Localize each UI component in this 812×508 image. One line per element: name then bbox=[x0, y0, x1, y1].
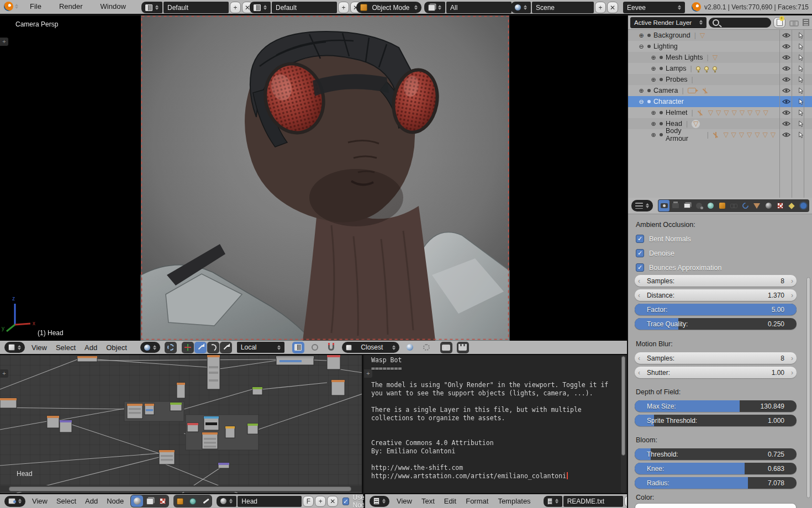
text-datablock-icon-dropdown[interactable] bbox=[544, 496, 562, 507]
transform-gizmo-toggle[interactable] bbox=[165, 342, 177, 353]
ao-trace-quality-slider[interactable]: Trace Quality:0.250 bbox=[635, 318, 797, 330]
tab-modifiers[interactable] bbox=[740, 200, 751, 211]
node-menu-node[interactable]: Node bbox=[104, 496, 126, 506]
snap-toggle[interactable] bbox=[325, 342, 338, 353]
tab-particles[interactable] bbox=[786, 200, 797, 211]
bent-normals-checkbox[interactable]: ✓ bbox=[636, 235, 644, 243]
visibility-eye-icon[interactable] bbox=[781, 108, 791, 117]
text-editor-content[interactable]: Wasp Bot ======== The model is using "On… bbox=[371, 356, 608, 480]
workspace-a-icon-dropdown[interactable] bbox=[141, 2, 162, 13]
node-menu-select[interactable]: Select bbox=[54, 496, 78, 506]
layer-filter-field[interactable]: All bbox=[446, 2, 512, 13]
tab-material[interactable] bbox=[763, 200, 774, 211]
node-editor[interactable]: Head + bbox=[0, 355, 363, 493]
text-menu-edit[interactable]: Edit bbox=[442, 496, 458, 506]
tab-constraints[interactable] bbox=[728, 200, 739, 211]
viewport-editor-type-button[interactable] bbox=[4, 342, 25, 353]
pivot-point-dropdown[interactable] bbox=[140, 342, 160, 353]
denoise-checkbox[interactable]: ✓ bbox=[636, 249, 644, 257]
shader-context-object-button[interactable] bbox=[174, 495, 186, 507]
text-menu-view[interactable]: View bbox=[394, 496, 414, 506]
viewport-menu-select[interactable]: Select bbox=[54, 342, 78, 353]
layer-filter-icon-dropdown[interactable] bbox=[424, 2, 445, 13]
workspace-b-field[interactable]: Default bbox=[272, 2, 337, 13]
viewport-display-toggle[interactable] bbox=[292, 342, 304, 353]
tab-texture[interactable] bbox=[774, 200, 785, 211]
visibility-eye-icon[interactable] bbox=[781, 130, 791, 139]
viewport-menu-object[interactable]: Object bbox=[104, 342, 129, 353]
properties-editor-type-button[interactable] bbox=[631, 200, 653, 211]
shader-type-image-button[interactable] bbox=[144, 495, 156, 507]
node-menu-view[interactable]: View bbox=[30, 496, 50, 506]
outliner-row-character[interactable]: ⊖Character bbox=[628, 96, 812, 107]
visibility-eye-icon[interactable] bbox=[781, 75, 791, 84]
outliner-row-background[interactable]: ⊕Background|▽ bbox=[628, 30, 812, 41]
visibility-eye-icon[interactable] bbox=[781, 86, 791, 95]
material-name-field[interactable]: Head bbox=[238, 496, 302, 507]
mb-samples-slider[interactable]: ‹Samples:8› bbox=[635, 352, 797, 364]
bloom-radius-slider[interactable]: Radius:7.078 bbox=[635, 477, 797, 489]
outliner-filter-button[interactable] bbox=[801, 19, 811, 26]
tab-output[interactable] bbox=[670, 200, 681, 211]
outliner-row-lamps[interactable]: ⊕Lamps| bbox=[628, 63, 812, 74]
scene-close-button[interactable]: ✕ bbox=[607, 2, 618, 13]
menu-window[interactable]: Window bbox=[98, 1, 128, 12]
proportional-editing-toggle[interactable] bbox=[309, 342, 321, 353]
scene-icon-dropdown[interactable] bbox=[511, 2, 531, 13]
workspace-a-field[interactable]: Default bbox=[164, 2, 229, 13]
workspace-a-add-button[interactable]: + bbox=[230, 2, 241, 13]
rotate-gizmo-button[interactable] bbox=[207, 342, 219, 353]
use-nodes-checkbox[interactable]: ✓ bbox=[342, 498, 349, 505]
viewport-3d[interactable]: z x y Camera Persp (1) Head + bbox=[0, 15, 627, 341]
text-editor[interactable]: Wasp Bot ======== The model is using "On… bbox=[364, 355, 627, 493]
text-menu-text[interactable]: Text bbox=[419, 496, 437, 506]
bloom-threshold-slider[interactable]: Threshold:0.725 bbox=[635, 448, 797, 460]
tab-object-data[interactable] bbox=[751, 200, 762, 211]
text-menu-templates[interactable]: Templates bbox=[495, 496, 532, 506]
node-editor-type-button[interactable] bbox=[4, 496, 25, 507]
shader-type-texture-button[interactable] bbox=[156, 495, 168, 507]
shader-type-material-button[interactable] bbox=[131, 495, 143, 507]
workspace-b-icon-dropdown[interactable] bbox=[250, 2, 271, 13]
shader-context-world-button[interactable] bbox=[187, 495, 199, 507]
move-gizmo-button[interactable] bbox=[194, 342, 207, 353]
tab-scene[interactable] bbox=[693, 200, 704, 211]
material-add-button[interactable]: + bbox=[315, 496, 326, 507]
viewport-menu-add[interactable]: Add bbox=[82, 342, 99, 353]
viewport-menu-view[interactable]: View bbox=[29, 342, 49, 353]
orientation-dropdown[interactable]: Local bbox=[237, 342, 284, 353]
tab-render[interactable] bbox=[658, 200, 669, 211]
fake-user-button[interactable]: F bbox=[303, 496, 314, 507]
link-collection-button[interactable] bbox=[788, 20, 799, 25]
menu-render[interactable]: Render bbox=[57, 1, 85, 12]
render-engine-dropdown[interactable]: Eevee bbox=[623, 2, 685, 13]
blender-app-menu-icon[interactable] bbox=[4, 2, 13, 11]
render-image-button[interactable] bbox=[440, 342, 452, 353]
tab-object[interactable] bbox=[716, 200, 727, 211]
tab-world[interactable] bbox=[705, 200, 716, 211]
scene-add-button[interactable]: + bbox=[595, 2, 606, 13]
node-panel-handle[interactable]: + bbox=[0, 369, 8, 378]
new-collection-button[interactable] bbox=[773, 17, 785, 28]
text-menu-format[interactable]: Format bbox=[463, 496, 491, 506]
scale-gizmo-button[interactable] bbox=[220, 342, 232, 353]
tab-view-layer[interactable] bbox=[682, 200, 693, 211]
viewport-panel-handle[interactable]: + bbox=[0, 38, 8, 46]
outliner-search-field[interactable] bbox=[709, 18, 771, 28]
outliner-row-probes[interactable]: ⊕Probes| bbox=[628, 74, 812, 85]
bloom-knee-slider[interactable]: Knee:0.683 bbox=[635, 463, 797, 474]
visibility-eye-icon[interactable] bbox=[781, 119, 791, 128]
render-animation-button[interactable] bbox=[457, 342, 469, 353]
ao-factor-slider[interactable]: Factor:5.00 bbox=[635, 304, 797, 315]
dof-sprite-threshold-slider[interactable]: Sprite Threshold:1.000 bbox=[635, 415, 797, 426]
workspace-b-add-button[interactable]: + bbox=[338, 2, 349, 13]
outliner-row-helmet[interactable]: ⊕Helmet|▽▽▽▽▽▽▽▽ bbox=[628, 107, 812, 118]
mode-dropdown[interactable]: Object Mode bbox=[356, 2, 421, 13]
orientation-axes-button[interactable] bbox=[182, 342, 194, 353]
gizmos-visibility-toggle[interactable] bbox=[404, 342, 416, 353]
text-panel-handle[interactable]: + bbox=[364, 369, 372, 378]
app-menu-stepper[interactable] bbox=[15, 4, 18, 9]
visibility-eye-icon[interactable] bbox=[781, 42, 791, 51]
ao-distance-slider[interactable]: ‹Distance:1.370› bbox=[635, 289, 797, 301]
visibility-eye-icon[interactable] bbox=[781, 64, 791, 73]
